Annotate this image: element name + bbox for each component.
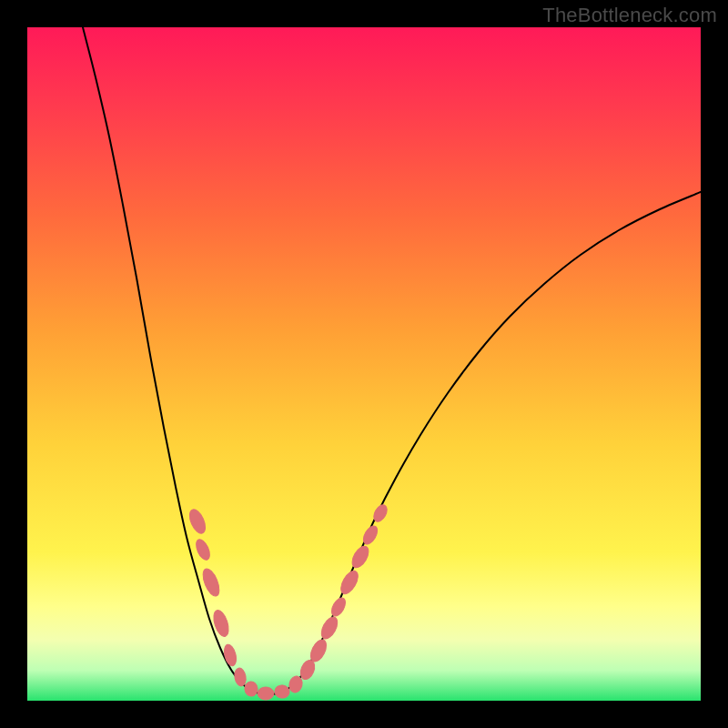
data-marker xyxy=(349,543,371,571)
data-marker xyxy=(318,614,341,642)
curve-layer xyxy=(27,27,701,701)
data-marker xyxy=(222,643,238,667)
data-marker xyxy=(187,507,208,535)
bottleneck-curve xyxy=(83,27,701,694)
watermark-text: TheBottleneck.com xyxy=(542,4,717,27)
data-marker xyxy=(244,681,258,696)
data-marker xyxy=(194,538,213,562)
data-marker xyxy=(274,684,289,699)
data-markers xyxy=(187,502,389,700)
data-marker xyxy=(258,687,274,700)
data-marker xyxy=(338,568,361,596)
data-marker xyxy=(329,595,348,618)
data-marker xyxy=(200,567,223,599)
data-marker xyxy=(233,667,247,687)
chart-frame: TheBottleneck.com xyxy=(0,0,728,728)
plot-area xyxy=(27,27,701,701)
